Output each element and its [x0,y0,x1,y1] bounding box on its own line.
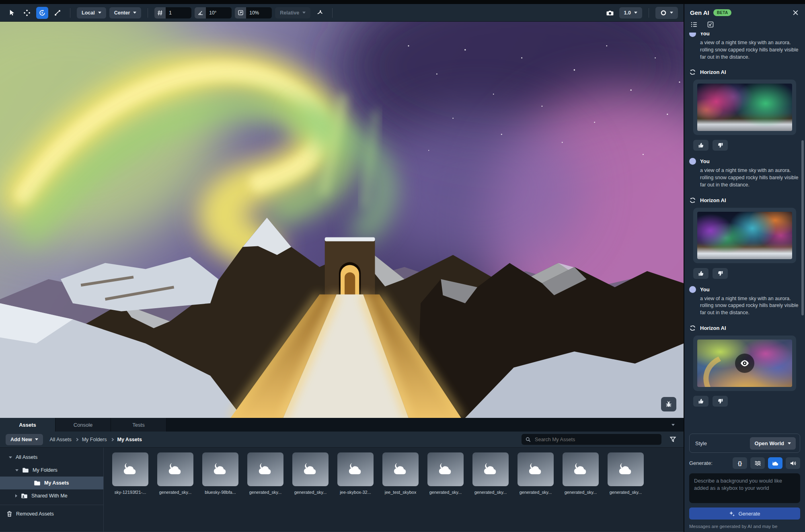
generate-code-button[interactable]: {} [733,457,747,469]
generated-image-card[interactable] [693,80,796,135]
tab-tests[interactable]: Tests [111,418,166,432]
user-message: You [689,286,800,293]
viewport[interactable] [0,22,684,418]
select-tool-button[interactable] [6,7,18,19]
generated-skybox-image[interactable] [697,340,792,387]
rotate-snap-input[interactable] [206,7,232,18]
wand-tool-button[interactable] [314,7,326,19]
thumbs-up-button[interactable] [693,268,708,279]
generate-ambience-button[interactable] [750,457,765,469]
asset-item[interactable]: generated_sky... [513,452,558,495]
skybox-prompt-input[interactable] [689,473,800,503]
generate-skybox-button[interactable] [768,457,782,469]
asset-item[interactable]: jee-skybox-32... [333,452,378,495]
app: Local Center [0,4,805,532]
thumbs-up-icon [698,270,704,276]
generate-button[interactable]: Generate [689,507,800,520]
toolbar-divider [148,8,148,18]
style-dropdown[interactable]: Open World [750,437,796,450]
chevron-down-icon [672,424,675,426]
asset-name: jee-skybox-32... [340,490,371,495]
folder-icon [22,467,29,473]
tree-item-all-assets[interactable]: All Assets [0,451,103,464]
thumbs-down-icon [717,398,723,404]
tree-item-removed-assets[interactable]: Removed Assets [0,507,103,520]
genai-chat[interactable]: You a view of a night time sky with an a… [684,33,805,430]
tab-assets[interactable]: Assets [0,418,55,432]
regenerate-icon[interactable] [689,197,696,204]
relative-dropdown[interactable]: Relative [275,7,310,18]
scale-snap-icon-button[interactable] [235,7,246,18]
generate-audio-button[interactable] [786,457,800,469]
camera-button[interactable] [604,7,616,19]
grid-snap-input[interactable] [166,7,191,18]
tree-item-my-folders[interactable]: My Folders [0,464,103,477]
generated-skybox-image[interactable] [697,84,792,131]
asset-item[interactable]: generated_sky... [243,452,288,495]
asset-name: jee_test_skybox [385,490,417,495]
rotate-tool-button[interactable] [36,7,48,19]
filter-icon [669,436,676,443]
asset-item[interactable]: sky-12193f21-... [108,452,153,495]
chevron-right-icon [75,438,78,441]
view-mode-dropdown[interactable] [655,7,678,19]
history-list-button[interactable] [690,20,698,29]
tab-console[interactable]: Console [55,418,111,432]
asset-item[interactable]: generated_sky... [558,452,603,495]
sparkle-icon [729,511,735,517]
thumbs-down-button[interactable] [713,140,728,151]
asset-thumbnail [563,452,599,486]
grid-snap-icon-button[interactable] [154,7,166,18]
list-icon [691,21,698,28]
thumbs-down-button[interactable] [713,268,728,279]
skybox-cloud-icon [617,461,634,478]
scale-tool-button[interactable] [51,7,64,19]
toolbar-divider [332,8,333,18]
tree-item-shared-with-me[interactable]: Shared With Me [0,489,103,502]
scale-icon [54,10,61,16]
thumbs-up-button[interactable] [693,140,708,151]
regenerate-icon[interactable] [689,325,696,331]
thumbs-up-button[interactable] [693,396,708,407]
transform-space-dropdown[interactable]: Local [77,7,106,18]
breadcrumb-my-folders[interactable]: My Folders [82,437,107,442]
generated-image-card[interactable] [693,336,796,391]
user-avatar [689,158,696,165]
scale-snap-input[interactable] [246,7,272,18]
caret-down-icon [35,438,38,440]
tree-item-my-assets[interactable]: My Assets [0,477,103,489]
thumbs-down-button[interactable] [713,396,728,407]
search-input[interactable] [534,436,657,443]
regenerate-icon[interactable] [689,69,696,76]
asset-search[interactable] [522,434,661,445]
asset-item[interactable]: generated_sky... [423,452,468,495]
generated-image-card[interactable] [693,208,796,263]
asset-thumbnail [112,452,148,486]
rotate-snap-icon-button[interactable] [195,7,206,18]
ai-name: Horizon AI [700,69,726,75]
preview-eye-button[interactable] [735,354,754,373]
camera-speed-dropdown[interactable]: 1.0 [619,7,642,18]
scrollbar[interactable] [801,140,804,315]
asset-item[interactable]: jee_test_skybox [378,452,423,495]
asset-item[interactable]: bluesky-98bfa... [198,452,243,495]
asset-item[interactable]: generated_sky... [288,452,333,495]
asset-item[interactable]: generated_sky... [603,452,648,495]
cursor-icon [8,9,15,16]
asset-name: generated_sky... [565,490,597,495]
asset-item[interactable]: generated_sky... [153,452,198,495]
pivot-dropdown[interactable]: Center [109,7,142,18]
camera-speed-value: 1.0 [624,10,631,16]
panel-collapse-button[interactable] [663,418,684,432]
add-new-button[interactable]: Add New [6,434,43,445]
user-prompt-text: a view of a night time sky with an auror… [700,167,801,188]
genai-footer-controls: Style Open World Generate: {} [684,430,805,532]
debug-button[interactable] [661,397,676,411]
filter-button[interactable] [668,434,678,444]
generated-skybox-image[interactable] [697,212,792,259]
collapse-panel-button[interactable] [706,20,715,29]
breadcrumb-all-assets[interactable]: All Assets [49,437,71,442]
close-panel-button[interactable] [792,9,799,16]
asset-item[interactable]: generated_sky... [468,452,513,495]
move-tool-button[interactable] [21,7,33,19]
